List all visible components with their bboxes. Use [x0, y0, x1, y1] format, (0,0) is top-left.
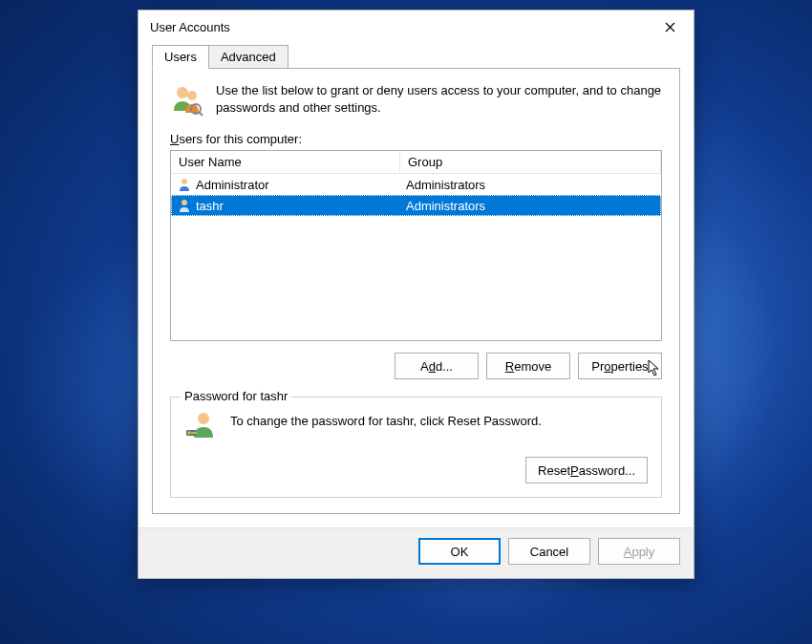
intro-row: Use the list below to grant or deny user… [170, 82, 662, 117]
listview-body: Administrator Administrators tashr Admin… [171, 174, 661, 216]
dialog-body: Users Advanced Use the list below to gra… [139, 43, 694, 527]
password-groupbox: Password for tashr To change the passwor… [170, 397, 662, 498]
user-icon [177, 198, 192, 213]
user-group-cell: Administrators [400, 178, 661, 192]
list-action-buttons: Add... Remove Properties [170, 353, 662, 379]
user-icon [177, 177, 192, 192]
svg-point-5 [182, 200, 187, 205]
svg-line-3 [199, 112, 203, 116]
tab-advanced[interactable]: Advanced [208, 45, 288, 69]
apply-button[interactable]: Apply [598, 538, 680, 565]
svg-point-4 [182, 179, 187, 184]
intro-text: Use the list below to grant or deny user… [216, 82, 662, 116]
user-name-cell: tashr [196, 199, 224, 213]
svg-point-0 [177, 87, 188, 98]
mouse-cursor-icon [648, 359, 661, 376]
cancel-button[interactable]: Cancel [508, 538, 590, 565]
user-group-cell: Administrators [400, 199, 661, 213]
remove-button[interactable]: Remove [486, 353, 570, 379]
password-groupbox-legend: Password for tashr [181, 389, 291, 403]
properties-button[interactable]: Properties [578, 353, 662, 379]
titlebar: User Accounts [139, 11, 694, 43]
close-icon [665, 22, 675, 32]
users-icon [170, 82, 204, 117]
user-row[interactable]: tashr Administrators [171, 195, 661, 216]
user-row[interactable]: Administrator Administrators [171, 174, 661, 195]
svg-rect-9 [191, 432, 197, 434]
reset-password-button[interactable]: Reset Password... [525, 457, 648, 483]
users-list-label: Users for this computer: [170, 132, 662, 146]
dialog-footer: OK Cancel Apply [139, 527, 694, 578]
tab-panel-users: Use the list below to grant or deny user… [152, 68, 680, 514]
svg-point-1 [187, 91, 197, 100]
users-listview[interactable]: User Name Group Administrator Administra… [170, 150, 662, 341]
password-instruction-text: To change the password for tashr, click … [230, 409, 542, 430]
tabstrip: Users Advanced [152, 45, 680, 69]
column-header-username[interactable]: User Name [171, 151, 400, 173]
listview-header: User Name Group [171, 151, 661, 174]
dialog-title: User Accounts [150, 20, 230, 34]
user-name-cell: Administrator [196, 178, 269, 192]
column-header-group[interactable]: Group [400, 151, 661, 173]
user-accounts-dialog: User Accounts Users Advanced Use the lis… [138, 10, 694, 579]
close-button[interactable] [648, 12, 692, 41]
ok-button[interactable]: OK [418, 538, 501, 565]
svg-point-6 [198, 413, 209, 424]
tab-users[interactable]: Users [152, 45, 209, 69]
svg-point-8 [187, 431, 191, 435]
add-button[interactable]: Add... [395, 353, 479, 379]
user-key-icon [184, 409, 219, 443]
